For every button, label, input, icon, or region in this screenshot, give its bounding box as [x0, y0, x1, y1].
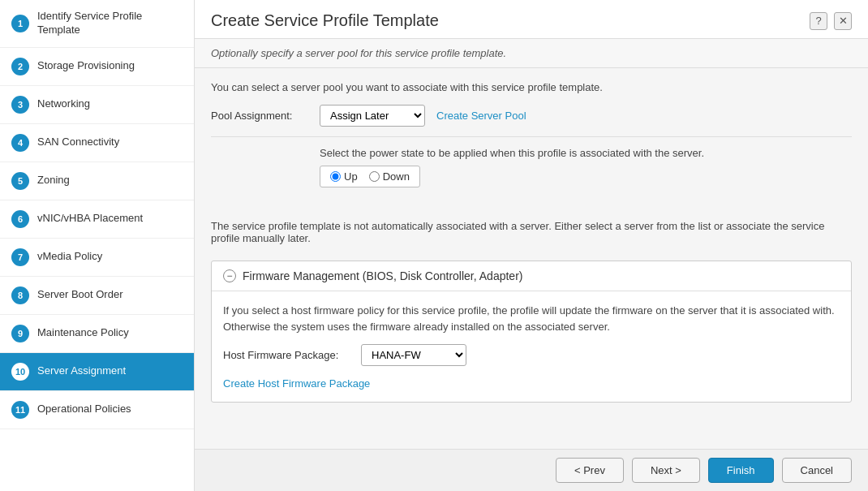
- next-button[interactable]: Next >: [632, 458, 700, 483]
- info-banner: Optionally specify a server pool for thi…: [195, 39, 868, 68]
- sidebar-item-2[interactable]: 2 Storage Provisioning: [0, 48, 194, 86]
- firmware-section: − Firmware Management (BIOS, Disk Contro…: [211, 261, 852, 403]
- sidebar-label-6: vNIC/vHBA Placement: [37, 212, 143, 226]
- sidebar-label-4: SAN Connectivity: [37, 136, 119, 149]
- step-number-11: 11: [11, 401, 29, 419]
- sidebar-label-7: vMedia Policy: [37, 250, 102, 264]
- firmware-body: If you select a host firmware policy for…: [212, 291, 851, 402]
- power-state-section: Select the power state to be applied whe…: [320, 147, 852, 187]
- sidebar-item-4[interactable]: 4 SAN Connectivity: [0, 124, 194, 162]
- step-number-8: 8: [11, 286, 29, 304]
- step-number-7: 7: [11, 248, 29, 266]
- sidebar-label-5: Zoning: [37, 174, 70, 187]
- dialog-overlay: 1 Identify Service Profile Template 2 St…: [0, 0, 868, 491]
- firmware-form-row: Host Firmware Package: HANA-FW default n…: [223, 344, 840, 366]
- finish-button[interactable]: Finish: [708, 458, 774, 483]
- pool-assignment-select[interactable]: Assign Later Assign Now: [320, 105, 425, 127]
- sidebar-item-7[interactable]: 7 vMedia Policy: [0, 239, 194, 277]
- sidebar: 1 Identify Service Profile Template 2 St…: [0, 0, 195, 491]
- power-state-radio-group: Up Down: [320, 166, 420, 187]
- step-number-4: 4: [11, 134, 29, 152]
- sidebar-item-5[interactable]: 5 Zoning: [0, 162, 194, 200]
- sidebar-label-11: Operational Policies: [37, 403, 131, 416]
- power-state-down-option[interactable]: Down: [369, 170, 410, 183]
- sidebar-item-1[interactable]: 1 Identify Service Profile Template: [0, 0, 194, 48]
- step-number-5: 5: [11, 172, 29, 190]
- power-state-down-radio[interactable]: [369, 171, 380, 182]
- host-firmware-select[interactable]: HANA-FW default none: [361, 344, 466, 366]
- create-host-firmware-link[interactable]: Create Host Firmware Package: [223, 377, 370, 390]
- create-server-pool-link[interactable]: Create Server Pool: [436, 110, 526, 122]
- sidebar-item-11[interactable]: 11 Operational Policies: [0, 391, 194, 429]
- cancel-button[interactable]: Cancel: [782, 458, 852, 483]
- main-section: You can select a server pool you want to…: [195, 68, 868, 212]
- sidebar-label-8: Server Boot Order: [37, 288, 123, 302]
- pool-assignment-label: Pool Assignment:: [211, 110, 308, 122]
- sidebar-label-1: Identify Service Profile Template: [37, 10, 183, 37]
- content-area: Optionally specify a server pool for thi…: [195, 39, 868, 449]
- prev-button[interactable]: < Prev: [556, 458, 624, 483]
- sidebar-item-3[interactable]: 3 Networking: [0, 86, 194, 124]
- step-number-1: 1: [11, 15, 29, 32]
- sidebar-label-3: Networking: [37, 97, 90, 111]
- step-number-2: 2: [11, 58, 29, 75]
- step-number-6: 6: [11, 210, 29, 228]
- host-firmware-label: Host Firmware Package:: [223, 349, 353, 361]
- sidebar-item-8[interactable]: 8 Server Boot Order: [0, 277, 194, 315]
- firmware-header: − Firmware Management (BIOS, Disk Contro…: [212, 261, 851, 291]
- sidebar-label-9: Maintenance Policy: [37, 326, 129, 340]
- power-state-up-radio[interactable]: [330, 171, 341, 182]
- dialog-header: Create Service Profile Template ? ✕: [195, 0, 868, 39]
- pool-assignment-row: Pool Assignment: Assign Later Assign Now…: [211, 105, 852, 127]
- sidebar-item-10[interactable]: 10 Server Assignment: [0, 353, 194, 391]
- collapse-icon[interactable]: −: [223, 269, 236, 282]
- step-number-3: 3: [11, 96, 29, 114]
- sidebar-label-10: Server Assignment: [37, 364, 126, 378]
- firmware-header-label: Firmware Management (BIOS, Disk Controll…: [243, 269, 522, 282]
- step-number-9: 9: [11, 325, 29, 342]
- power-state-up-option[interactable]: Up: [330, 170, 358, 183]
- section-description: You can select a server pool you want to…: [211, 81, 852, 93]
- divider: [211, 136, 852, 137]
- help-button[interactable]: ?: [810, 12, 827, 30]
- sidebar-item-9[interactable]: 9 Maintenance Policy: [0, 315, 194, 353]
- firmware-description: If you select a host firmware policy for…: [223, 303, 840, 334]
- dialog-controls: ? ✕: [810, 12, 852, 30]
- step-number-10: 10: [11, 363, 29, 381]
- main-content: Create Service Profile Template ? ✕ Opti…: [195, 0, 868, 491]
- notice-text: The service profile template is not auto…: [195, 212, 868, 252]
- close-button[interactable]: ✕: [834, 12, 852, 30]
- dialog-footer: < Prev Next > Finish Cancel: [195, 449, 868, 491]
- power-state-description: Select the power state to be applied whe…: [320, 147, 852, 159]
- sidebar-item-6[interactable]: 6 vNIC/vHBA Placement: [0, 200, 194, 239]
- sidebar-label-2: Storage Provisioning: [37, 59, 135, 73]
- dialog-title: Create Service Profile Template: [211, 11, 439, 30]
